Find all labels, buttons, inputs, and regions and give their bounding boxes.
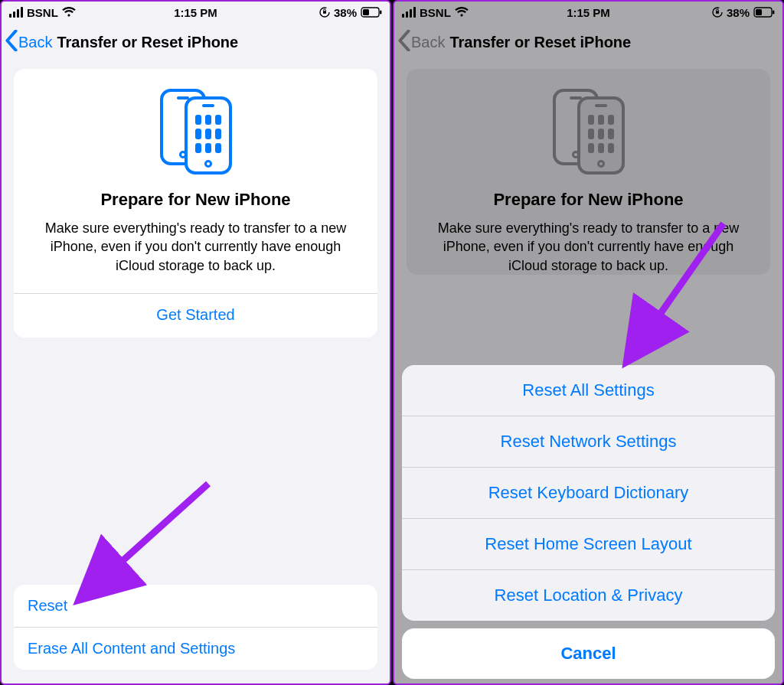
- card-description: Make sure everything's ready to transfer…: [420, 219, 756, 275]
- reset-action-sheet: Reset All Settings Reset Network Setting…: [402, 365, 775, 679]
- sheet-reset-location-privacy[interactable]: Reset Location & Privacy: [402, 569, 775, 621]
- two-iphones-icon: [547, 86, 631, 178]
- clock-label: 1:15 PM: [394, 6, 782, 19]
- screenshot-right: BSNL 1:15 PM 38% Back: [393, 0, 784, 685]
- sheet-reset-network-settings[interactable]: Reset Network Settings: [402, 416, 775, 467]
- chevron-left-icon: [5, 30, 18, 55]
- page-title: Transfer or Reset iPhone: [449, 34, 631, 51]
- card-title: Prepare for New iPhone: [28, 190, 364, 210]
- nav-bar: Back Transfer or Reset iPhone: [2, 23, 390, 61]
- screenshot-left: BSNL 1:15 PM 38% Back: [0, 0, 391, 685]
- erase-row[interactable]: Erase All Content and Settings: [14, 627, 377, 670]
- get-started-button[interactable]: Get Started: [28, 294, 364, 338]
- sheet-cancel-button[interactable]: Cancel: [402, 628, 775, 679]
- reset-row[interactable]: Reset: [14, 585, 377, 627]
- card-description: Make sure everything's ready to transfer…: [28, 219, 364, 275]
- back-button[interactable]: Back: [2, 30, 52, 55]
- sheet-reset-all-settings[interactable]: Reset All Settings: [402, 365, 775, 416]
- back-label: Back: [411, 34, 445, 51]
- sheet-reset-home-screen[interactable]: Reset Home Screen Layout: [402, 518, 775, 569]
- svg-line-5: [93, 484, 208, 587]
- two-iphones-icon: [154, 86, 238, 178]
- prepare-card: Prepare for New iPhone Make sure everyth…: [14, 69, 377, 338]
- back-button: Back: [394, 30, 445, 55]
- clock-label: 1:15 PM: [2, 6, 390, 19]
- chevron-left-icon: [397, 30, 411, 55]
- status-bar: BSNL 1:15 PM 38%: [2, 2, 390, 23]
- sheet-reset-keyboard[interactable]: Reset Keyboard Dictionary: [402, 467, 775, 518]
- prepare-card: Prepare for New iPhone Make sure everyth…: [407, 69, 770, 275]
- card-title: Prepare for New iPhone: [420, 190, 756, 210]
- back-label: Back: [18, 34, 52, 51]
- page-title: Transfer or Reset iPhone: [57, 34, 238, 51]
- bottom-options-list: Reset Erase All Content and Settings: [14, 585, 377, 670]
- status-bar: BSNL 1:15 PM 38%: [394, 2, 782, 23]
- nav-bar: Back Transfer or Reset iPhone: [394, 23, 782, 61]
